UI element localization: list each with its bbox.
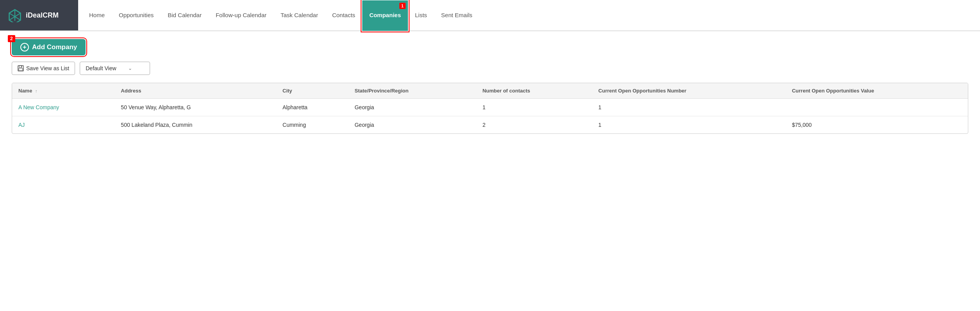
nav-item-sent-emails[interactable]: Sent Emails [434,0,479,31]
nav-item-contacts[interactable]: Contacts [325,0,362,31]
svg-rect-6 [19,68,23,71]
nav-item-companies[interactable]: Companies 1 [362,0,408,31]
company-open-opp-number: 1 [592,116,785,134]
plus-icon: + [20,43,29,52]
add-company-button[interactable]: + Add Company [12,39,86,55]
companies-table-wrapper: Name ↑ Address City State/Province/Regio… [12,83,968,134]
view-dropdown[interactable]: Default View ⌄ [80,62,150,75]
col-header-contacts[interactable]: Number of contacts [476,83,592,99]
logo-area: iDealCRM [0,0,78,30]
save-view-button[interactable]: Save View as List [12,62,75,75]
company-contacts: 2 [476,116,592,134]
company-state: Georgia [348,99,476,116]
main-nav: Home Opportunities Bid Calendar Follow-u… [78,0,980,30]
add-company-badge: 2 [8,35,15,42]
company-open-opp-value: $75,000 [786,116,968,134]
add-company-label: Add Company [32,43,77,51]
nav-item-followup-calendar[interactable]: Follow-up Calendar [209,0,274,31]
company-city: Cumming [276,116,348,134]
col-header-name[interactable]: Name ↑ [12,83,114,99]
table-row: AJ 500 Lakeland Plaza, Cummin Cumming Ge… [12,116,968,134]
col-header-open-opp-value[interactable]: Current Open Opportunities Value [786,83,968,99]
company-open-opp-number: 1 [592,99,785,116]
company-name-link[interactable]: AJ [12,116,114,134]
table-row: A New Company 50 Venue Way, Alpharetta, … [12,99,968,116]
companies-table: Name ↑ Address City State/Province/Regio… [12,83,968,133]
col-header-open-opp-number[interactable]: Current Open Opportunities Number [592,83,785,99]
nav-item-home[interactable]: Home [82,0,112,31]
nav-item-lists[interactable]: Lists [408,0,434,31]
nav-item-bid-calendar[interactable]: Bid Calendar [161,0,209,31]
header: iDealCRM Home Opportunities Bid Calendar… [0,0,980,31]
logo-text: iDealCRM [26,11,59,20]
nav-active-badge: 1 [399,3,406,9]
table-body: A New Company 50 Venue Way, Alpharetta, … [12,99,968,134]
logo-icon [8,8,22,22]
col-header-city[interactable]: City [276,83,348,99]
col-header-state[interactable]: State/Province/Region [348,83,476,99]
company-contacts: 1 [476,99,592,116]
save-view-label: Save View as List [26,65,69,71]
table-header: Name ↑ Address City State/Province/Regio… [12,83,968,99]
col-header-address[interactable]: Address [114,83,276,99]
company-state: Georgia [348,116,476,134]
company-name-link[interactable]: A New Company [12,99,114,116]
nav-item-task-calendar[interactable]: Task Calendar [274,0,325,31]
companies-label: Companies [369,12,401,18]
save-icon [18,65,24,71]
add-company-wrapper: 2 + Add Company [12,39,968,55]
company-open-opp-value [786,99,968,116]
nav-item-opportunities[interactable]: Opportunities [112,0,161,31]
company-city: Alpharetta [276,99,348,116]
main-content: 2 + Add Company Save View as List Defaul… [0,31,980,142]
toolbar: Save View as List Default View ⌄ [12,62,968,75]
chevron-down-icon: ⌄ [128,66,132,71]
company-address: 50 Venue Way, Alpharetta, G [114,99,276,116]
sort-arrow-name: ↑ [35,89,38,93]
company-address: 500 Lakeland Plaza, Cummin [114,116,276,134]
default-view-label: Default View [86,65,116,71]
